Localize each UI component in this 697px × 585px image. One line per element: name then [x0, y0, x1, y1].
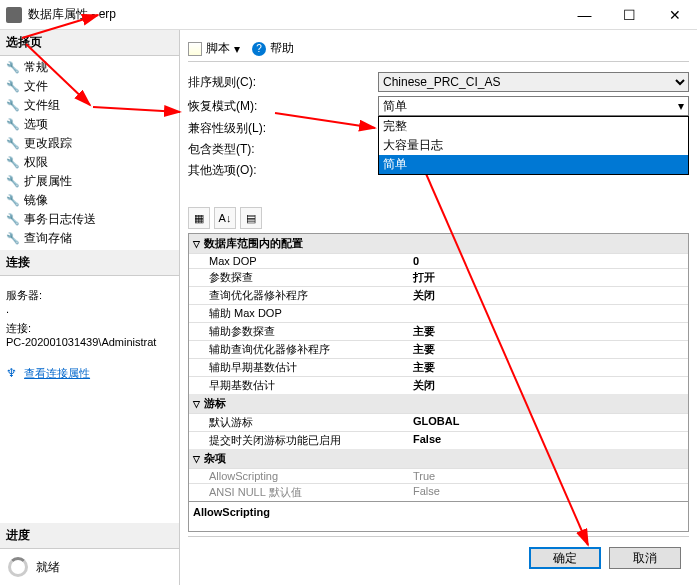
- sidebar-item[interactable]: 🔧查询存储: [0, 229, 179, 248]
- compat-label: 兼容性级别(L):: [188, 120, 378, 137]
- wrench-icon: 🔧: [6, 118, 20, 131]
- ok-button[interactable]: 确定: [529, 547, 601, 569]
- grid-row[interactable]: Max DOP0: [189, 253, 688, 268]
- prop-value: 主要: [409, 323, 688, 340]
- recovery-option[interactable]: 大容量日志: [379, 136, 688, 155]
- grid-row[interactable]: 提交时关闭游标功能已启用False: [189, 431, 688, 449]
- sidebar-item[interactable]: 🔧常规: [0, 58, 179, 77]
- link-icon: ♆: [6, 366, 17, 380]
- sidebar-item[interactable]: 🔧更改跟踪: [0, 134, 179, 153]
- expand-icon[interactable]: ▽: [193, 399, 200, 409]
- wrench-icon: 🔧: [6, 194, 20, 207]
- sidebar-item-label: 权限: [24, 154, 48, 171]
- prop-value: False: [409, 484, 688, 501]
- help-button[interactable]: 帮助: [270, 40, 294, 57]
- script-icon: [188, 42, 202, 56]
- sidebar-item[interactable]: 🔧镜像: [0, 191, 179, 210]
- sidebar-item-label: 镜像: [24, 192, 48, 209]
- close-button[interactable]: ✕: [652, 0, 697, 30]
- wrench-icon: 🔧: [6, 99, 20, 112]
- property-grid[interactable]: ▽数据库范围内的配置 Max DOP0参数探查打开查询优化器修补程序关闭辅助 M…: [188, 233, 689, 532]
- prop-name: 辅助参数探查: [189, 323, 409, 340]
- sidebar-item-label: 事务日志传送: [24, 211, 96, 228]
- sidebar-item-label: 选项: [24, 116, 48, 133]
- maximize-button[interactable]: ☐: [607, 0, 652, 30]
- cancel-button[interactable]: 取消: [609, 547, 681, 569]
- select-page-header: 选择页: [0, 30, 179, 56]
- prop-value: 打开: [409, 269, 688, 286]
- help-icon: ?: [252, 42, 266, 56]
- recovery-option[interactable]: 完整: [379, 117, 688, 136]
- sidebar-item-label: 文件组: [24, 97, 60, 114]
- prop-value: 关闭: [409, 287, 688, 304]
- script-button[interactable]: 脚本: [206, 40, 230, 57]
- props-button[interactable]: ▤: [240, 207, 262, 229]
- chevron-down-icon: ▾: [678, 99, 684, 113]
- grid-row[interactable]: 参数探查打开: [189, 268, 688, 286]
- script-dropdown-caret[interactable]: ▾: [234, 42, 240, 56]
- prop-value: False: [409, 432, 688, 449]
- other-label: 其他选项(O):: [188, 162, 378, 179]
- prop-name: 参数探查: [189, 269, 409, 286]
- grid-row[interactable]: AllowScriptingTrue: [189, 468, 688, 483]
- grid-row[interactable]: 早期基数估计关闭: [189, 376, 688, 394]
- categorize-button[interactable]: ▦: [188, 207, 210, 229]
- sidebar-item[interactable]: 🔧文件组: [0, 96, 179, 115]
- grid-row[interactable]: 默认游标GLOBAL: [189, 413, 688, 431]
- collation-select[interactable]: Chinese_PRC_CI_AS: [378, 72, 689, 92]
- grid-description: AllowScripting: [189, 501, 688, 532]
- sidebar-item[interactable]: 🔧权限: [0, 153, 179, 172]
- grid-category: 杂项: [204, 451, 226, 466]
- connection-header: 连接: [0, 250, 179, 276]
- prop-name: AllowScripting: [189, 469, 409, 483]
- expand-icon[interactable]: ▽: [193, 454, 200, 464]
- minimize-button[interactable]: —: [562, 0, 607, 30]
- sort-button[interactable]: A↓: [214, 207, 236, 229]
- grid-category: 游标: [204, 396, 226, 411]
- recovery-option[interactable]: 简单: [379, 155, 688, 174]
- view-connection-link[interactable]: 查看连接属性: [24, 366, 90, 381]
- contain-label: 包含类型(T):: [188, 141, 378, 158]
- prop-name: 辅助查询优化器修补程序: [189, 341, 409, 358]
- prop-value: 关闭: [409, 377, 688, 394]
- grid-row[interactable]: 辅助 Max DOP: [189, 304, 688, 322]
- progress-header: 进度: [0, 523, 179, 549]
- expand-icon[interactable]: ▽: [193, 239, 200, 249]
- wrench-icon: 🔧: [6, 175, 20, 188]
- progress-status: 就绪: [36, 559, 60, 576]
- prop-name: 早期基数估计: [189, 377, 409, 394]
- sidebar-item-label: 文件: [24, 78, 48, 95]
- prop-name: 辅助早期基数估计: [189, 359, 409, 376]
- grid-row[interactable]: 辅助早期基数估计主要: [189, 358, 688, 376]
- sidebar-item[interactable]: 🔧扩展属性: [0, 172, 179, 191]
- prop-value: 0: [409, 254, 688, 268]
- sidebar-item-label: 常规: [24, 59, 48, 76]
- grid-row[interactable]: ANSI NULL 默认值False: [189, 483, 688, 501]
- prop-name: 默认游标: [189, 414, 409, 431]
- prop-name: ANSI NULL 默认值: [189, 484, 409, 501]
- sidebar-item-label: 更改跟踪: [24, 135, 72, 152]
- sidebar-item-label: 查询存储: [24, 230, 72, 247]
- collation-label: 排序规则(C):: [188, 74, 378, 91]
- grid-row[interactable]: 辅助参数探查主要: [189, 322, 688, 340]
- prop-name: 提交时关闭游标功能已启用: [189, 432, 409, 449]
- prop-name: Max DOP: [189, 254, 409, 268]
- recovery-select[interactable]: 简单 ▾: [378, 96, 689, 116]
- wrench-icon: 🔧: [6, 156, 20, 169]
- wrench-icon: 🔧: [6, 80, 20, 93]
- prop-name: 辅助 Max DOP: [189, 305, 409, 322]
- conn-value: PC-202001031439\Administrat: [6, 336, 173, 348]
- prop-value: 主要: [409, 359, 688, 376]
- server-label: 服务器:: [6, 288, 173, 303]
- sidebar-item-label: 扩展属性: [24, 173, 72, 190]
- grid-row[interactable]: 查询优化器修补程序关闭: [189, 286, 688, 304]
- app-icon: [6, 7, 22, 23]
- sidebar-item[interactable]: 🔧文件: [0, 77, 179, 96]
- sidebar-item[interactable]: 🔧事务日志传送: [0, 210, 179, 229]
- sidebar-item[interactable]: 🔧选项: [0, 115, 179, 134]
- prop-value: [409, 305, 688, 322]
- grid-row[interactable]: 辅助查询优化器修补程序主要: [189, 340, 688, 358]
- wrench-icon: 🔧: [6, 213, 20, 226]
- server-value: .: [6, 303, 173, 315]
- recovery-label: 恢复模式(M):: [188, 98, 378, 115]
